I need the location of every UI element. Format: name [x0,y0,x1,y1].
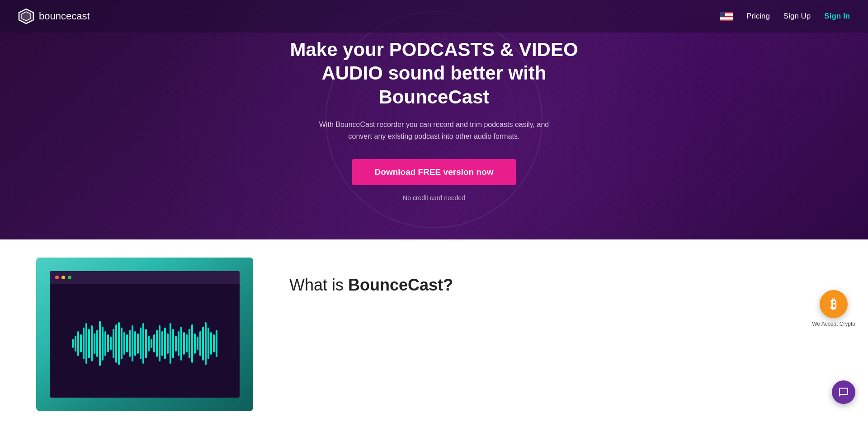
waveform [50,316,240,370]
wave-bar [91,325,93,361]
pricing-link[interactable]: Pricing [746,12,770,21]
hero-section: Make your PODCASTS & VIDEO AUDIO sound b… [0,0,868,239]
wave-bar [88,329,90,358]
wave-bar [216,330,217,357]
wave-bar [75,336,76,352]
wave-bar [107,334,109,352]
language-flag[interactable] [720,12,733,21]
wave-bar [202,327,204,361]
wave-bar [145,329,147,358]
wave-bar [205,322,207,365]
wave-bar [208,328,209,359]
dot-red [55,276,59,279]
logo-icon [18,8,34,24]
wave-bar [151,339,152,348]
wave-bar [126,334,128,352]
wave-bar [159,325,160,361]
wave-bar [85,323,87,364]
wave-bar [164,328,166,359]
what-prefix: What is [289,276,348,294]
wave-bar [194,333,196,354]
no-card-text: No credit card needed [271,194,597,202]
wave-bar [178,331,179,356]
wave-bar [80,334,82,352]
wave-bar [175,336,177,352]
laptop-image [36,258,253,411]
wave-bar [148,336,150,352]
chat-button[interactable] [832,380,855,404]
wave-bar [142,323,144,364]
screen-topbar [50,271,240,284]
wave-bar [172,329,174,358]
wave-bar [167,333,169,354]
wave-bar [118,322,120,365]
wave-bar [134,331,136,356]
wave-bar [210,332,212,355]
download-button[interactable]: Download FREE version now [352,159,516,185]
wave-bar [94,333,95,354]
wave-bar [137,333,139,354]
wave-bar [189,329,190,358]
logo-link[interactable]: bouncecast [18,8,90,24]
wave-bar [77,331,79,356]
svg-marker-1 [22,12,31,21]
dot-yellow [61,276,65,279]
chat-icon [838,387,849,398]
hero-content: Make your PODCASTS & VIDEO AUDIO sound b… [262,38,606,202]
navbar: bouncecast Pricing Sign Up Sign In [0,0,868,33]
wave-bar [183,332,185,355]
wave-bar [72,339,74,348]
wave-bar [197,337,198,350]
wave-bar [123,332,125,355]
wave-bar [161,331,163,356]
wave-bar [153,334,155,352]
wave-bar [132,325,133,361]
what-bold: BounceCast? [348,276,453,294]
hero-title: Make your PODCASTS & VIDEO AUDIO sound b… [271,38,597,109]
wave-bar [99,321,101,366]
crypto-badge[interactable]: ₿ We Accept Crypto [812,290,855,327]
wave-bar [213,334,215,352]
wave-bar [96,330,98,357]
wave-bar [83,328,85,359]
wave-bar [104,331,106,356]
wave-bar [115,324,117,363]
hero-title-text: Make your PODCASTS & VIDEO AUDIO sound b… [290,39,578,108]
wave-bar [102,327,104,361]
wave-bar [129,330,131,357]
what-title: What is BounceCast? [289,276,832,295]
below-hero-section: What is BounceCast? [0,239,868,422]
bitcoin-icon: ₿ [820,290,848,318]
wave-bar [199,331,201,356]
cta-container: Download FREE version now [271,159,597,192]
wave-bar [110,337,112,350]
laptop-screen [50,271,240,398]
signup-link[interactable]: Sign Up [783,12,811,21]
wave-bar [191,324,193,363]
hero-subtitle: With BounceCast recorder you can record … [307,119,561,142]
wave-bar [113,329,114,358]
wave-bar [180,327,182,361]
wave-bar [156,330,158,357]
wave-bar [186,334,188,352]
what-section: What is BounceCast? [289,258,832,295]
logo-text: bouncecast [39,10,90,22]
wave-bar [170,323,171,364]
nav-links: Pricing Sign Up Sign In [720,12,850,21]
crypto-label: We Accept Crypto [812,321,855,327]
dot-green [68,276,71,279]
wave-bar [140,328,142,359]
signin-link[interactable]: Sign In [824,12,850,21]
wave-bar [121,328,123,359]
